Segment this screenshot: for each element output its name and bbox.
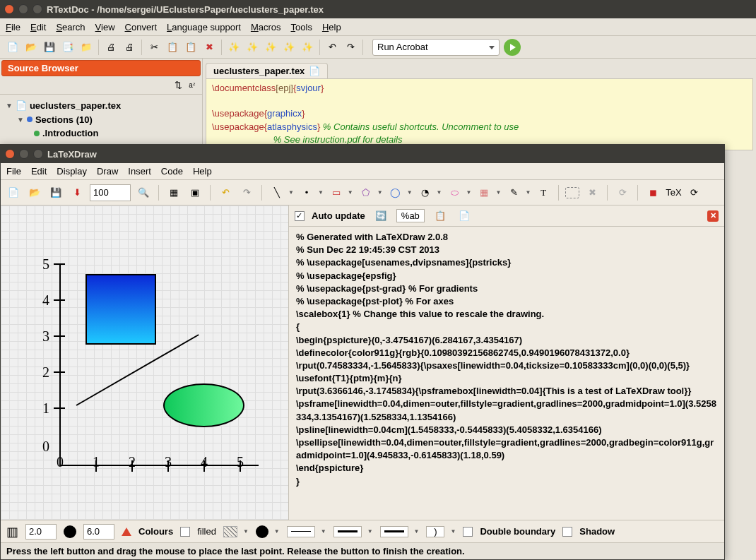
run-button[interactable] xyxy=(504,39,521,56)
menu-file[interactable]: File xyxy=(6,22,20,32)
code-editor[interactable]: \documentclass[epj]{svjour} \usepackage{… xyxy=(206,78,753,150)
close-panel-icon[interactable]: ✕ xyxy=(707,210,719,222)
sort-icon[interactable]: ⇅ xyxy=(172,79,184,90)
blue-square[interactable] xyxy=(85,274,156,345)
wand3-icon[interactable]: ✨ xyxy=(262,39,279,56)
text-tool-icon[interactable]: T xyxy=(535,184,552,201)
ab-button[interactable]: %ab xyxy=(396,209,425,222)
line-style-3[interactable] xyxy=(380,526,408,537)
ellipse-tool-icon[interactable]: ◯ xyxy=(387,184,404,201)
ld-maximize-icon[interactable] xyxy=(33,149,43,159)
minimize-icon[interactable] xyxy=(18,4,28,14)
ld-menu-display[interactable]: Display xyxy=(57,166,87,177)
az-icon[interactable]: aᶻ xyxy=(187,79,198,90)
delete-tool-icon[interactable]: ✖ xyxy=(584,184,601,201)
snap-icon[interactable]: ▣ xyxy=(187,184,203,201)
wand4-icon[interactable]: ✨ xyxy=(280,39,297,56)
line-style-1[interactable] xyxy=(287,526,315,537)
paste-icon[interactable]: 📋 xyxy=(182,39,199,56)
freehand-icon[interactable]: ✎ xyxy=(505,184,522,201)
fill-colour[interactable] xyxy=(256,525,268,538)
line-style-2[interactable] xyxy=(333,526,362,537)
thickness-spinner[interactable]: 2.0 xyxy=(25,524,57,540)
ld-menu-edit[interactable]: Edit xyxy=(31,166,47,177)
refresh-icon[interactable]: 🔄 xyxy=(372,208,389,225)
ld-redo-icon[interactable]: ↷ xyxy=(238,184,255,201)
ld-menu-code[interactable]: Code xyxy=(161,166,183,177)
tree-root[interactable]: ▼ 📄 ueclusters_paper.tex xyxy=(6,99,196,113)
drawing-canvas[interactable]: 5 4 3 2 1 0 0 1 2 3 4 5 xyxy=(1,205,289,520)
zoom-spinner[interactable]: 100 xyxy=(90,184,131,201)
menu-search[interactable]: Search xyxy=(56,22,85,32)
wand1-icon[interactable]: ✨ xyxy=(225,39,242,56)
copy-icon[interactable]: 📑 xyxy=(59,39,76,56)
copy2-icon[interactable]: 📋 xyxy=(164,39,181,56)
ld-open-icon[interactable]: 📂 xyxy=(26,184,43,201)
filled-check[interactable] xyxy=(180,527,190,537)
grid-icon[interactable]: ▦ xyxy=(165,184,182,201)
editor-tab[interactable]: ueclusters_paper.tex 📄 xyxy=(206,63,328,78)
colours-icon[interactable] xyxy=(122,528,131,536)
stop-icon[interactable]: ◼ xyxy=(644,184,661,201)
menu-tools[interactable]: Tools xyxy=(291,22,312,32)
poly-tool-icon[interactable]: ⬠ xyxy=(358,184,374,201)
ld-undo-icon[interactable]: ↶ xyxy=(217,184,234,201)
ld-close-icon[interactable] xyxy=(5,149,15,159)
colours-label[interactable]: Colours xyxy=(138,526,173,537)
size-spinner[interactable]: 6.0 xyxy=(83,524,114,540)
open-icon[interactable]: 📂 xyxy=(23,39,40,56)
menu-macros[interactable]: Macros xyxy=(251,22,281,32)
pstricks-code[interactable]: % Generated with LaTeXDraw 2.0.8 % Sun D… xyxy=(289,227,724,520)
ld-menu-help[interactable]: Help xyxy=(193,166,212,177)
hatch-icon[interactable] xyxy=(223,526,237,537)
grid2-icon[interactable]: ▦ xyxy=(476,184,492,201)
ld-minimize-icon[interactable] xyxy=(19,149,29,159)
ld-menu-draw[interactable]: Draw xyxy=(97,166,118,177)
run-combo[interactable]: Run Acrobat xyxy=(372,39,500,56)
menu-convert[interactable]: Convert xyxy=(125,22,158,32)
select-tool-icon[interactable] xyxy=(565,187,579,198)
save-icon[interactable]: 💾 xyxy=(41,39,58,56)
copy-code-icon[interactable]: 📋 xyxy=(432,208,449,225)
redo-icon[interactable]: ↷ xyxy=(342,39,359,56)
cut-icon[interactable]: ✂ xyxy=(146,39,163,56)
ld-menu-insert[interactable]: Insert xyxy=(128,166,151,177)
menu-help[interactable]: Help xyxy=(322,22,341,32)
undo-icon[interactable]: ↶ xyxy=(324,39,341,56)
menu-lang[interactable]: Language support xyxy=(167,22,241,32)
colour-swatch[interactable] xyxy=(64,525,76,538)
tree-item-intro[interactable]: .Introduction xyxy=(6,126,196,141)
bezier-tool-icon[interactable]: ⬭ xyxy=(447,184,463,201)
lines-icon[interactable]: ▥ xyxy=(6,524,18,540)
green-ellipse[interactable] xyxy=(163,383,244,427)
ld-save-icon[interactable]: 💾 xyxy=(47,184,64,201)
line-tool-icon[interactable]: ╲ xyxy=(268,184,285,201)
dot-tool-icon[interactable]: • xyxy=(298,184,315,201)
tex-label[interactable]: TeX xyxy=(666,187,681,198)
menu-view[interactable]: View xyxy=(95,22,115,32)
print-preview-icon[interactable]: 🖨 xyxy=(121,39,138,56)
bracket-style[interactable]: ) xyxy=(426,526,444,537)
auto-update-check[interactable] xyxy=(295,211,305,221)
menu-edit[interactable]: Edit xyxy=(30,22,46,32)
tree-sections[interactable]: ▼ Sections (10) xyxy=(6,113,196,127)
zoom-icon[interactable]: 🔍 xyxy=(135,184,152,201)
ld-new-icon[interactable]: 📄 xyxy=(5,184,22,201)
maximize-icon[interactable] xyxy=(33,4,42,14)
ld-pdf-icon[interactable]: ⬇ xyxy=(69,184,85,201)
folder-icon[interactable]: 📁 xyxy=(78,39,95,56)
ld-menu-file[interactable]: File xyxy=(6,166,21,177)
rotate-icon[interactable]: ⟳ xyxy=(614,184,631,201)
print-icon[interactable]: 🖨 xyxy=(102,39,119,56)
wand5-icon[interactable]: ✨ xyxy=(299,39,316,56)
rect-tool-icon[interactable]: ▭ xyxy=(328,184,345,201)
shadow-check[interactable] xyxy=(562,527,572,537)
new-file-icon[interactable]: 📄 xyxy=(4,39,21,56)
delete-icon[interactable]: ✖ xyxy=(201,39,218,56)
double-check[interactable] xyxy=(463,527,473,537)
reload-icon[interactable]: ⟳ xyxy=(686,184,703,201)
arc-tool-icon[interactable]: ◔ xyxy=(417,184,434,201)
wand2-icon[interactable]: ✨ xyxy=(244,39,261,56)
close-icon[interactable] xyxy=(4,4,14,14)
doc-icon[interactable]: 📄 xyxy=(456,208,473,225)
